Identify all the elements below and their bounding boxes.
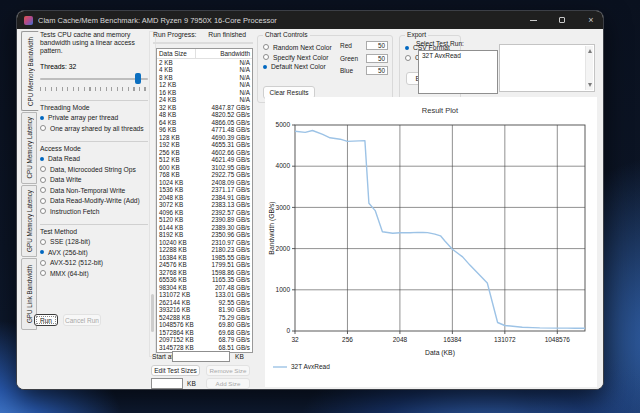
table-row[interactable]: 6144 KB2389.30 GB/s [157, 224, 252, 232]
table-row[interactable]: 8192 KB2350.96 GB/s [157, 231, 252, 239]
result-plot-chart: 0100020003000400050003225620481638413107… [265, 97, 597, 387]
table-row[interactable]: 1048576 KB69.80 GB/s [157, 321, 252, 329]
radio-private-array-per-thread[interactable]: Private array per thread [40, 114, 148, 121]
table-row[interactable]: 393216 KB81.90 GB/s [157, 306, 252, 314]
table-row[interactable]: 4096 KB2392.57 GB/s [157, 209, 252, 217]
tab-cpu-memory-bandwidth[interactable]: CPU Memory Bandwidth [21, 31, 39, 111]
scroll-down-icon[interactable] [588, 83, 592, 87]
table-row[interactable]: 10240 KB2310.97 GB/s [157, 239, 252, 247]
threads-slider[interactable] [40, 73, 148, 86]
panel-scrollbar[interactable] [149, 31, 156, 357]
table-row[interactable]: 128 KB4690.39 GB/s [157, 134, 252, 142]
table-row[interactable]: 524288 KB75.29 GB/s [157, 314, 252, 322]
window-title: Clam Cache/Mem Benchmark: AMD Ryzen 9 79… [38, 16, 516, 25]
radio-data-read-modify-write-add[interactable]: Data Read-Modify-Write (Add) [40, 197, 148, 204]
test-config-panel: Tests CPU cache and memory bandwidth usi… [40, 31, 148, 280]
table-row[interactable]: 3072 KB2383.13 GB/s [157, 201, 252, 209]
table-row[interactable]: 98304 KB207.48 GB/s [157, 284, 252, 292]
test-run-listbox[interactable]: 32T AvxRead [418, 50, 498, 94]
tab-cpu-memory-latency[interactable]: CPU Memory Latency [21, 112, 37, 184]
table-row[interactable]: 65536 KB1165.35 GB/s [157, 276, 252, 284]
green-value-field[interactable]: 50 [366, 54, 388, 63]
table-row[interactable]: 600 KB3102.95 GB/s [157, 164, 252, 172]
table-row[interactable]: 24576 KB1799.51 GB/s [157, 261, 252, 269]
radio-default-next-color[interactable]: Default Next Color [263, 63, 332, 70]
scroll-up-icon[interactable] [588, 49, 592, 53]
radio-specify-next-color[interactable]: Specify Next Color [263, 54, 332, 61]
scrollbar-thumb[interactable] [151, 294, 154, 332]
titlebar[interactable]: Clam Cache/Mem Benchmark: AMD Ryzen 9 79… [17, 11, 603, 29]
radio-avx-256-bit[interactable]: AVX (256-bit) [40, 249, 148, 256]
table-row[interactable]: 256 KB4602.66 GB/s [157, 149, 252, 157]
add-size-input[interactable] [151, 378, 183, 389]
table-row[interactable]: 512 KB4621.49 GB/s [157, 156, 252, 164]
radio-data-non-temporal-write[interactable]: Data Non-Temporal Write [40, 187, 148, 194]
svg-text:32T AvxRead: 32T AvxRead [291, 363, 330, 370]
slider-thumb[interactable] [135, 73, 141, 84]
blue-value-field[interactable]: 50 [366, 66, 388, 75]
table-row[interactable]: 131072 KB133.01 GB/s [157, 291, 252, 299]
minimize-button[interactable] [521, 11, 545, 29]
table-row[interactable]: 12288 KB2180.23 GB/s [157, 246, 252, 254]
table-row[interactable]: 2048 KB2384.91 GB/s [157, 194, 252, 202]
radio-one-array-shared-by-all-threads[interactable]: One array shared by all threads [40, 125, 148, 132]
table-row[interactable]: 32 KB4847.87 GB/s [157, 104, 252, 112]
table-row[interactable]: 3145728 KB68.51 GB/s [157, 344, 252, 352]
results-table[interactable]: Data Size Bandwidth 2 KBN/A4 KBN/A8 KBN/… [156, 48, 253, 353]
column-header-data-size[interactable]: Data Size [157, 49, 196, 58]
table-row[interactable]: 16384 KB1985.55 GB/s [157, 254, 252, 262]
table-row[interactable]: 1572864 KB69.68 GB/s [157, 329, 252, 337]
radio-icon [40, 187, 46, 193]
add-size-button[interactable]: Add Size [206, 378, 250, 389]
remove-size-button[interactable]: Remove Size [206, 365, 250, 376]
radio-data-write[interactable]: Data Write [40, 176, 148, 183]
cell-bandwidth: 2922.75 GB/s [196, 171, 252, 179]
cell-bandwidth: 4866.05 GB/s [196, 119, 252, 127]
radio-data-microcoded-string-ops[interactable]: Data, Microcoded String Ops [40, 166, 148, 173]
column-header-bandwidth[interactable]: Bandwidth [196, 49, 252, 58]
table-row[interactable]: 64 KB4866.05 GB/s [157, 119, 252, 127]
radio-data-read[interactable]: Data Read [40, 155, 148, 162]
table-row[interactable]: 1024 KB2408.09 GB/s [157, 179, 252, 187]
red-value-field[interactable]: 50 [366, 41, 388, 50]
table-row[interactable]: 32768 KB1598.86 GB/s [157, 269, 252, 277]
test-run-item[interactable]: 32T AvxRead [419, 51, 497, 60]
table-row[interactable]: 768 KB2922.75 GB/s [157, 171, 252, 179]
group-test-method: Test MethodSSE (128-bit)AVX (256-bit)AVX… [40, 224, 148, 277]
cell-bandwidth: 4690.39 GB/s [196, 134, 252, 142]
start-at-input[interactable] [172, 351, 230, 362]
table-row[interactable]: 192 KB4655.31 GB/s [157, 141, 252, 149]
table-row[interactable]: 262144 KB92.55 GB/s [157, 299, 252, 307]
color-label: Green [340, 55, 358, 62]
maximize-icon [559, 17, 565, 23]
textbox-scrollbar[interactable] [585, 46, 593, 90]
table-row[interactable]: 4 KBN/A [157, 66, 252, 74]
close-button[interactable]: × [579, 11, 603, 29]
table-row[interactable]: 12 KBN/A [157, 81, 252, 89]
edit-test-sizes-button[interactable]: Edit Test Sizes [151, 365, 200, 376]
table-row[interactable]: 5120 KB2390.89 GB/s [157, 216, 252, 224]
tab-gpu-memory-latency[interactable]: GPU Memory Latency [21, 185, 37, 257]
radio-instruction-fetch[interactable]: Instruction Fetch [40, 208, 148, 215]
table-row[interactable]: 24 KBN/A [157, 96, 252, 104]
radio-random-next-color[interactable]: Random Next Color [263, 44, 332, 51]
cancel-run-button[interactable]: Cancel Run [63, 314, 101, 326]
run-details-textbox[interactable] [499, 44, 595, 92]
run-button[interactable]: Run [34, 314, 58, 326]
maximize-button[interactable] [550, 11, 574, 29]
radio-sse-128-bit[interactable]: SSE (128-bit) [40, 238, 148, 245]
radio-mmx-64-bit[interactable]: MMX (64-bit) [40, 270, 148, 277]
cell-data-size: 16384 KB [157, 254, 196, 262]
table-row[interactable]: 16 KBN/A [157, 89, 252, 97]
table-row[interactable]: 1536 KB2371.17 GB/s [157, 186, 252, 194]
radio-avx-512-512-bit[interactable]: AVX-512 (512-bit) [40, 259, 148, 266]
svg-text:Data (KB): Data (KB) [425, 349, 455, 357]
table-row[interactable]: 8 KBN/A [157, 74, 252, 82]
table-row[interactable]: 48 KB4820.52 GB/s [157, 111, 252, 119]
table-row[interactable]: 2 KBN/A [157, 59, 252, 67]
cell-data-size: 6144 KB [157, 224, 196, 232]
cell-data-size: 64 KB [157, 119, 196, 127]
radio-icon [40, 208, 46, 214]
table-row[interactable]: 96 KB4771.48 GB/s [157, 126, 252, 134]
table-row[interactable]: 2097152 KB68.79 GB/s [157, 336, 252, 344]
